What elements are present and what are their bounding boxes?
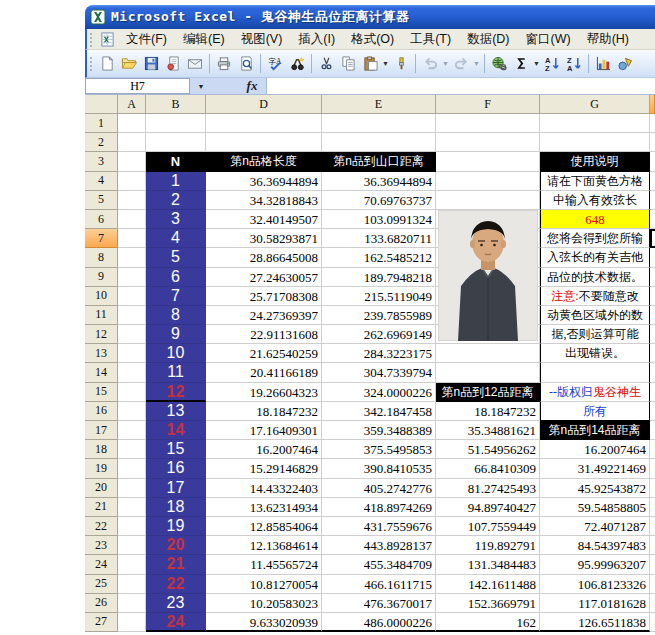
cell-D14[interactable]: 20.41166189: [206, 363, 322, 382]
row-header-6[interactable]: 6: [85, 210, 118, 229]
paste-button[interactable]: [359, 53, 381, 75]
cell-H1-partial[interactable]: [650, 114, 655, 133]
cell-B21[interactable]: 18: [146, 498, 206, 517]
cell-G7[interactable]: 您将会得到您所输: [540, 229, 650, 248]
cell-F27[interactable]: 162: [436, 613, 540, 632]
cell-E14[interactable]: 304.7339794: [322, 363, 436, 382]
cell-E20[interactable]: 405.2742776: [322, 479, 436, 498]
cell-H12-partial[interactable]: [650, 325, 655, 344]
cell-B14[interactable]: 11: [146, 363, 206, 382]
cell-F17[interactable]: 35.34881621: [436, 421, 540, 440]
row-header-8[interactable]: 8: [85, 248, 118, 267]
cell-B12[interactable]: 9: [146, 325, 206, 344]
cell-E25[interactable]: 466.1611715: [322, 575, 436, 594]
spelling-check-button[interactable]: 字A: [264, 53, 286, 75]
cell-A15[interactable]: [118, 383, 146, 402]
cell-D18[interactable]: 16.2007464: [206, 440, 322, 459]
cell-A22[interactable]: [118, 517, 146, 536]
formula-input[interactable]: [266, 78, 655, 94]
cell-D5[interactable]: 34.32818843: [206, 191, 322, 210]
cell-H17-partial[interactable]: [650, 421, 655, 440]
cell-H10-partial[interactable]: [650, 287, 655, 306]
cell-A7[interactable]: [118, 229, 146, 248]
cell-D19[interactable]: 15.29146829: [206, 459, 322, 478]
name-box[interactable]: H7: [85, 78, 190, 94]
cell-G14[interactable]: [540, 363, 650, 382]
cell-E22[interactable]: 431.7559676: [322, 517, 436, 536]
cell-B9[interactable]: 6: [146, 268, 206, 287]
cell-D16[interactable]: 18.1847232: [206, 402, 322, 421]
cell-G16[interactable]: 所有: [540, 402, 650, 421]
cell-E16[interactable]: 342.1847458: [322, 402, 436, 421]
cell-H6-partial[interactable]: [650, 210, 655, 229]
redo-button[interactable]: [450, 53, 472, 75]
cell-E26[interactable]: 476.3670017: [322, 594, 436, 613]
dropdown-arrow-icon[interactable]: ▼: [472, 60, 481, 67]
name-box-dropdown-icon[interactable]: ▼: [190, 78, 212, 94]
select-all-corner[interactable]: [85, 95, 118, 114]
cell-G11[interactable]: 动黄色区域外的数: [540, 306, 650, 325]
cell-H27-partial[interactable]: [650, 613, 655, 632]
cut-button[interactable]: [315, 53, 337, 75]
cell-D12[interactable]: 22.91131608: [206, 325, 322, 344]
cell-G26[interactable]: 117.0181628: [540, 594, 650, 613]
cell-G27[interactable]: 126.6511838: [540, 613, 650, 632]
menu-item-view[interactable]: 视图(V): [233, 29, 291, 50]
row-header-18[interactable]: 18: [85, 440, 118, 459]
cell-E18[interactable]: 375.5495853: [322, 440, 436, 459]
cell-D10[interactable]: 25.71708308: [206, 287, 322, 306]
row-header-23[interactable]: 23: [85, 536, 118, 555]
cell-D25[interactable]: 10.81270054: [206, 575, 322, 594]
cell-B25[interactable]: 22: [146, 575, 206, 594]
cell-A1[interactable]: [118, 114, 146, 133]
research-button[interactable]: [286, 53, 308, 75]
cell-A18[interactable]: [118, 440, 146, 459]
row-header-24[interactable]: 24: [85, 555, 118, 574]
cell-A11[interactable]: [118, 306, 146, 325]
column-header-A[interactable]: A: [118, 95, 146, 114]
cell-E27[interactable]: 486.0000226: [322, 613, 436, 632]
cell-G1[interactable]: [540, 114, 650, 133]
menu-item-file[interactable]: 文件(F): [118, 29, 175, 50]
cell-F25[interactable]: 142.1611488: [436, 575, 540, 594]
cell-A3[interactable]: [118, 152, 146, 171]
menu-item-edit[interactable]: 编辑(E): [175, 29, 233, 50]
dropdown-arrow-icon[interactable]: ▼: [381, 60, 390, 67]
cell-H7-partial[interactable]: [650, 229, 655, 248]
cell-F3[interactable]: [436, 152, 540, 171]
menu-item-data[interactable]: 数据(D): [459, 29, 517, 50]
cell-F4[interactable]: [436, 172, 540, 191]
cell-F5[interactable]: [436, 191, 540, 210]
insert-hyperlink-button[interactable]: [488, 53, 510, 75]
column-header-D[interactable]: D: [206, 95, 322, 114]
row-header-13[interactable]: 13: [85, 344, 118, 363]
row-header-21[interactable]: 21: [85, 498, 118, 517]
drawing-button[interactable]: [614, 53, 636, 75]
cell-F22[interactable]: 107.7559449: [436, 517, 540, 536]
cell-H2-partial[interactable]: [650, 133, 655, 152]
cell-A17[interactable]: [118, 421, 146, 440]
sort-ascending-button[interactable]: AZ: [541, 53, 563, 75]
cell-D13[interactable]: 21.62540259: [206, 344, 322, 363]
cell-F23[interactable]: 119.892791: [436, 536, 540, 555]
cell-H24-partial[interactable]: [650, 555, 655, 574]
cell-E10[interactable]: 215.5119049: [322, 287, 436, 306]
cell-D3[interactable]: 第n品格长度: [206, 152, 322, 171]
cell-G6[interactable]: 648: [540, 210, 650, 229]
cell-A6[interactable]: [118, 210, 146, 229]
dropdown-arrow-icon[interactable]: ▼: [532, 60, 541, 67]
cell-E4[interactable]: 36.36944894: [322, 172, 436, 191]
cell-H26-partial[interactable]: [650, 594, 655, 613]
menu-item-window[interactable]: 窗口(W): [518, 29, 579, 50]
cell-E21[interactable]: 418.8974269: [322, 498, 436, 517]
cell-G2[interactable]: [540, 133, 650, 152]
workbook-icon[interactable]: [99, 31, 115, 47]
cell-A12[interactable]: [118, 325, 146, 344]
cell-H21-partial[interactable]: [650, 498, 655, 517]
cell-E8[interactable]: 162.5485212: [322, 248, 436, 267]
cell-H3-partial[interactable]: [650, 152, 655, 171]
cell-E2[interactable]: [322, 133, 436, 152]
row-header-10[interactable]: 10: [85, 287, 118, 306]
cell-G4[interactable]: 请在下面黄色方格: [540, 172, 650, 191]
menu-item-help[interactable]: 帮助(H): [579, 29, 637, 50]
